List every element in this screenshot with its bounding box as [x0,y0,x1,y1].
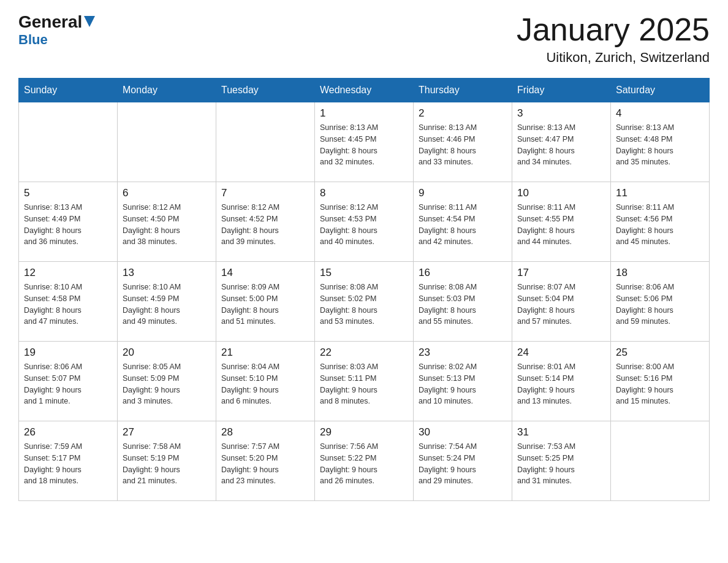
calendar-day-cell: 11Sunrise: 8:11 AMSunset: 4:56 PMDayligh… [611,182,710,262]
day-of-week-header: Thursday [414,79,512,102]
calendar-table: SundayMondayTuesdayWednesdayThursdayFrid… [18,78,710,501]
day-info: Sunrise: 8:11 AMSunset: 4:56 PMDaylight:… [616,202,704,248]
calendar-day-cell: 7Sunrise: 8:12 AMSunset: 4:52 PMDaylight… [216,182,315,262]
day-number: 13 [123,267,211,279]
calendar-day-cell: 13Sunrise: 8:10 AMSunset: 4:59 PMDayligh… [118,262,216,342]
day-number: 15 [320,267,408,279]
day-number: 2 [419,107,507,120]
calendar-day-cell: 30Sunrise: 7:54 AMSunset: 5:24 PMDayligh… [414,421,512,501]
day-number: 24 [517,347,605,359]
calendar-day-cell: 28Sunrise: 7:57 AMSunset: 5:20 PMDayligh… [216,421,315,501]
logo: General Blue [18,12,95,48]
day-number: 14 [221,267,309,279]
day-info: Sunrise: 8:10 AMSunset: 4:58 PMDaylight:… [24,282,112,327]
calendar-day-cell: 25Sunrise: 8:00 AMSunset: 5:16 PMDayligh… [611,342,710,421]
day-number: 30 [419,426,507,439]
day-number: 28 [221,426,309,439]
calendar-day-cell: 19Sunrise: 8:06 AMSunset: 5:07 PMDayligh… [19,342,118,421]
day-number: 16 [419,267,507,279]
day-number: 17 [517,267,605,279]
day-info: Sunrise: 7:53 AMSunset: 5:25 PMDaylight:… [517,441,605,487]
day-of-week-header: Sunday [19,79,118,102]
day-of-week-header: Tuesday [216,79,315,102]
day-number: 31 [517,426,605,439]
day-info: Sunrise: 7:54 AMSunset: 5:24 PMDaylight:… [419,441,507,487]
day-info: Sunrise: 8:11 AMSunset: 4:55 PMDaylight:… [517,202,605,248]
day-of-week-header: Wednesday [315,79,414,102]
day-number: 29 [320,426,408,439]
day-number: 12 [24,267,112,279]
day-info: Sunrise: 8:12 AMSunset: 4:53 PMDaylight:… [320,202,408,248]
day-of-week-header: Monday [118,79,216,102]
day-info: Sunrise: 8:03 AMSunset: 5:11 PMDaylight:… [320,361,408,407]
day-info: Sunrise: 8:01 AMSunset: 5:14 PMDaylight:… [517,361,605,407]
day-number: 25 [616,347,704,359]
day-number: 1 [320,107,408,120]
day-number: 18 [616,267,704,279]
logo-general-text: General [18,12,82,32]
calendar-day-cell: 17Sunrise: 8:07 AMSunset: 5:04 PMDayligh… [512,262,611,342]
day-number: 19 [24,347,112,359]
calendar-day-cell: 31Sunrise: 7:53 AMSunset: 5:25 PMDayligh… [512,421,611,501]
calendar-day-cell: 2Sunrise: 8:13 AMSunset: 4:46 PMDaylight… [414,102,512,182]
calendar-day-cell: 1Sunrise: 8:13 AMSunset: 4:45 PMDaylight… [315,102,414,182]
day-info: Sunrise: 8:13 AMSunset: 4:46 PMDaylight:… [419,122,507,168]
calendar-week-row: 1Sunrise: 8:13 AMSunset: 4:45 PMDaylight… [19,102,710,182]
day-info: Sunrise: 8:07 AMSunset: 5:04 PMDaylight:… [517,282,605,327]
title-section: January 2025 Uitikon, Zurich, Switzerlan… [517,12,710,66]
day-of-week-header: Friday [512,79,611,102]
calendar-day-cell: 27Sunrise: 7:58 AMSunset: 5:19 PMDayligh… [118,421,216,501]
calendar-day-cell: 4Sunrise: 8:13 AMSunset: 4:48 PMDaylight… [611,102,710,182]
day-info: Sunrise: 8:08 AMSunset: 5:02 PMDaylight:… [320,282,408,327]
day-number: 6 [123,187,211,199]
calendar-day-cell: 21Sunrise: 8:04 AMSunset: 5:10 PMDayligh… [216,342,315,421]
calendar-week-row: 12Sunrise: 8:10 AMSunset: 4:58 PMDayligh… [19,262,710,342]
day-info: Sunrise: 8:13 AMSunset: 4:48 PMDaylight:… [616,122,704,168]
day-number: 23 [419,347,507,359]
day-info: Sunrise: 8:12 AMSunset: 4:52 PMDaylight:… [221,202,309,248]
calendar-day-cell: 20Sunrise: 8:05 AMSunset: 5:09 PMDayligh… [118,342,216,421]
day-number: 20 [123,347,211,359]
calendar-day-cell: 8Sunrise: 8:12 AMSunset: 4:53 PMDaylight… [315,182,414,262]
day-number: 22 [320,347,408,359]
calendar-day-cell: 14Sunrise: 8:09 AMSunset: 5:00 PMDayligh… [216,262,315,342]
calendar-day-cell [216,102,315,182]
day-info: Sunrise: 8:04 AMSunset: 5:10 PMDaylight:… [221,361,309,407]
day-number: 3 [517,107,605,120]
day-info: Sunrise: 8:06 AMSunset: 5:07 PMDaylight:… [24,361,112,407]
day-info: Sunrise: 8:11 AMSunset: 4:54 PMDaylight:… [419,202,507,248]
calendar-day-cell: 5Sunrise: 8:13 AMSunset: 4:49 PMDaylight… [19,182,118,262]
svg-marker-0 [84,16,95,27]
day-number: 8 [320,187,408,199]
day-number: 21 [221,347,309,359]
day-number: 4 [616,107,704,120]
day-number: 11 [616,187,704,199]
calendar-day-cell: 16Sunrise: 8:08 AMSunset: 5:03 PMDayligh… [414,262,512,342]
calendar-header: SundayMondayTuesdayWednesdayThursdayFrid… [19,79,710,102]
calendar-week-row: 19Sunrise: 8:06 AMSunset: 5:07 PMDayligh… [19,342,710,421]
calendar-day-cell: 22Sunrise: 8:03 AMSunset: 5:11 PMDayligh… [315,342,414,421]
day-number: 10 [517,187,605,199]
calendar-day-cell: 6Sunrise: 8:12 AMSunset: 4:50 PMDaylight… [118,182,216,262]
calendar-day-cell: 3Sunrise: 8:13 AMSunset: 4:47 PMDaylight… [512,102,611,182]
logo-triangle-icon [84,16,95,29]
calendar-body: 1Sunrise: 8:13 AMSunset: 4:45 PMDaylight… [19,102,710,501]
calendar-day-cell: 23Sunrise: 8:02 AMSunset: 5:13 PMDayligh… [414,342,512,421]
day-number: 26 [24,426,112,439]
day-info: Sunrise: 8:02 AMSunset: 5:13 PMDaylight:… [419,361,507,407]
logo-blue-text: Blue [18,32,48,47]
day-info: Sunrise: 8:10 AMSunset: 4:59 PMDaylight:… [123,282,211,327]
location: Uitikon, Zurich, Switzerland [517,50,710,66]
month-title: January 2025 [517,12,710,47]
day-info: Sunrise: 8:12 AMSunset: 4:50 PMDaylight:… [123,202,211,248]
day-info: Sunrise: 8:09 AMSunset: 5:00 PMDaylight:… [221,282,309,327]
calendar-day-cell: 29Sunrise: 7:56 AMSunset: 5:22 PMDayligh… [315,421,414,501]
calendar-day-cell [118,102,216,182]
day-info: Sunrise: 8:00 AMSunset: 5:16 PMDaylight:… [616,361,704,407]
calendar-day-cell: 18Sunrise: 8:06 AMSunset: 5:06 PMDayligh… [611,262,710,342]
day-info: Sunrise: 8:08 AMSunset: 5:03 PMDaylight:… [419,282,507,327]
day-info: Sunrise: 7:56 AMSunset: 5:22 PMDaylight:… [320,441,408,487]
day-number: 9 [419,187,507,199]
calendar-week-row: 5Sunrise: 8:13 AMSunset: 4:49 PMDaylight… [19,182,710,262]
calendar-day-cell [611,421,710,501]
